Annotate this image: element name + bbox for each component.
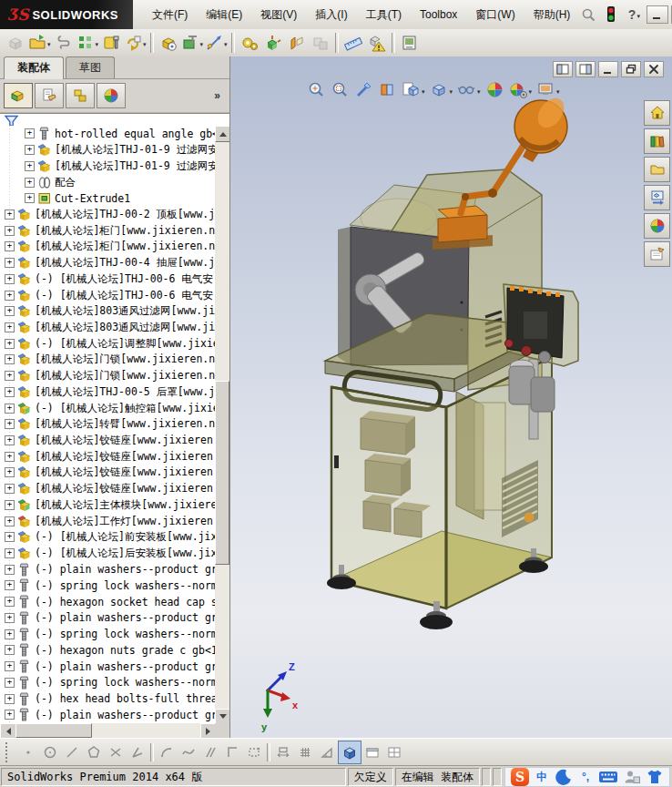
expand-toggle[interactable]	[5, 241, 15, 251]
tree-item[interactable]: [机械人论坛]门锁[www.jixieren.ne	[0, 368, 215, 384]
menu-Toolbox[interactable]: Toolbox	[412, 5, 465, 24]
edit-appearance-button[interactable]	[485, 80, 504, 99]
tree-item[interactable]: (-) plain washers--product grade	[0, 707, 215, 723]
display-style-button[interactable]	[430, 80, 453, 99]
standard-views-button[interactable]	[402, 80, 425, 99]
expand-toggle[interactable]	[5, 484, 15, 494]
circle-button[interactable]	[39, 741, 61, 763]
apply-scene-button[interactable]	[509, 80, 533, 99]
expand-toggle[interactable]	[5, 210, 15, 220]
measure-button[interactable]	[341, 31, 365, 55]
tree-item[interactable]: [机械人论坛]铰链座[www.jixieren.	[0, 481, 215, 497]
expand-toggle[interactable]	[5, 404, 15, 414]
expand-toggle[interactable]	[5, 371, 15, 381]
smart-fasteners-button[interactable]	[99, 31, 123, 55]
dimension-box-button[interactable]	[272, 741, 294, 763]
tree-vertical-scrollbar[interactable]	[215, 126, 229, 723]
view-settings-button[interactable]	[536, 80, 560, 99]
expand-toggle[interactable]	[5, 339, 15, 349]
document-close-button[interactable]	[644, 61, 664, 77]
interference-detection-button[interactable]	[365, 31, 389, 55]
section-view-button[interactable]	[378, 80, 397, 99]
polygon-button[interactable]	[83, 741, 105, 763]
expand-toggle[interactable]	[5, 516, 15, 526]
expand-toggle[interactable]	[25, 178, 35, 188]
expand-toggle[interactable]	[25, 193, 35, 203]
tree-item[interactable]: (-) spring lock washers--normal	[0, 674, 215, 690]
tree-item[interactable]: (-) [机械人论坛]调整脚[www.jixie	[0, 335, 215, 352]
tree-item[interactable]: (-) [机械人论坛]后安装板[www.jix	[0, 546, 215, 562]
tree-item[interactable]: [机械人论坛]THJ-01-9 过滤网安	[0, 158, 215, 174]
angle-line-button[interactable]	[127, 741, 148, 763]
corner-rectangle-button[interactable]	[221, 741, 243, 763]
tab-configurationmanager[interactable]	[66, 83, 95, 108]
spline-button[interactable]	[178, 741, 199, 763]
exploded-view-button[interactable]	[261, 31, 285, 55]
expand-toggle[interactable]	[5, 580, 15, 590]
new-motion-study-button[interactable]	[238, 31, 261, 55]
expand-toggle[interactable]	[5, 306, 15, 316]
tree-item[interactable]: [机械人论坛]THJ-00-2 顶板[www.ji	[0, 207, 215, 223]
expand-toggle[interactable]	[5, 597, 15, 607]
tab-featuremanager-tree[interactable]	[4, 83, 33, 108]
tree-item[interactable]: (-) [机械人论坛]触控箱[www.jixie	[0, 400, 215, 416]
zoom-area-button[interactable]	[331, 80, 350, 99]
point-button[interactable]	[17, 741, 39, 763]
tree-item[interactable]: [机械人论坛]铰链座[www.jixieren.	[0, 448, 215, 465]
tab-displaymanager[interactable]	[97, 83, 126, 108]
tree-item[interactable]: (-) [机械人论坛]THJ-00-6 电气安	[0, 271, 215, 287]
tree-item[interactable]: (-) hexagon socket head cap scre	[0, 594, 215, 610]
tree-item[interactable]: [机械人论坛]THJ-00-5 后罩[www.ji	[0, 384, 215, 401]
expand-toggle[interactable]	[5, 613, 15, 623]
tree-item[interactable]: [机械人论坛]柜门[www.jixieren.ne	[0, 222, 215, 239]
move-component-button[interactable]	[123, 31, 148, 55]
tab-assembly[interactable]: 装配体	[4, 56, 64, 79]
menu-窗口W[interactable]: 窗口(W)	[467, 5, 523, 26]
expand-toggle[interactable]	[5, 500, 15, 510]
trim-cross-button[interactable]	[105, 741, 127, 763]
document-restore-button[interactable]	[621, 61, 641, 77]
expand-toggle[interactable]	[5, 710, 15, 720]
graphics-viewport[interactable]: Z x y	[229, 56, 672, 738]
help-button[interactable]: ?	[624, 6, 644, 23]
tree-item[interactable]: (-) spring lock washers--normal	[0, 577, 215, 594]
expand-toggle[interactable]	[5, 226, 15, 236]
tab-sketch[interactable]: 草图	[66, 56, 115, 78]
menu-编辑E[interactable]: 编辑(E)	[198, 5, 250, 26]
tree-item[interactable]: (-) hexagon nuts grade c gb<1>	[0, 642, 215, 659]
tree-item[interactable]: [机械人论坛]主体模块[www.jixiere	[0, 497, 215, 514]
menu-插入I[interactable]: 插入(I)	[307, 5, 355, 26]
shaded-cube-button[interactable]	[338, 741, 361, 764]
tree-item[interactable]: (-) [机械人论坛]THJ-00-6 电气安	[0, 287, 215, 303]
expand-toggle[interactable]	[25, 128, 35, 138]
tree-item[interactable]: (-) [机械人论坛]前安装板[www.jix	[0, 529, 215, 546]
toolbar-grip[interactable]	[5, 742, 14, 762]
tree-item[interactable]: [机械人论坛]803通风过滤网[www.ji	[0, 303, 215, 320]
expand-toggle[interactable]	[5, 291, 15, 301]
expand-toggle[interactable]	[5, 645, 15, 655]
expand-toggle[interactable]	[5, 694, 15, 704]
assembly-features-button[interactable]	[180, 31, 205, 55]
expand-toggle[interactable]	[5, 322, 15, 332]
multi-view-button[interactable]	[383, 741, 405, 763]
sogou-logo-icon[interactable]: S	[511, 768, 529, 786]
tree-item[interactable]: (-) plain washers--product grade	[0, 659, 215, 675]
skin-icon[interactable]	[646, 768, 664, 786]
tree-item[interactable]: [机械人论坛]工作灯[www.jixieren.	[0, 513, 215, 529]
grid-button[interactable]	[294, 741, 316, 763]
expand-toggle[interactable]	[5, 661, 15, 671]
tree-item[interactable]: [机械人论坛]THJ-00-4 抽屉[www.ji	[0, 255, 215, 271]
tree-item[interactable]: [机械人论坛]803通风过滤网[www.ji	[0, 320, 215, 336]
line-button[interactable]	[61, 741, 83, 763]
single-view-button[interactable]	[361, 741, 383, 763]
dotted-rectangle-button[interactable]	[243, 741, 265, 763]
tree-item[interactable]: [机械人论坛]铰链座[www.jixieren.	[0, 465, 215, 481]
taskpane-design-library-button[interactable]	[644, 128, 670, 154]
soft-keyboard-icon[interactable]	[598, 768, 618, 786]
tree-item[interactable]: [机械人论坛]转臂[www.jixieren.ne	[0, 416, 215, 433]
zoom-selected-button[interactable]	[354, 80, 373, 99]
taskpane-view-palette-button[interactable]	[644, 185, 670, 210]
taskpane-custom-properties-button[interactable]	[644, 241, 670, 267]
taskpane-appearances-button[interactable]	[644, 213, 670, 239]
expand-toggle[interactable]	[5, 354, 15, 364]
